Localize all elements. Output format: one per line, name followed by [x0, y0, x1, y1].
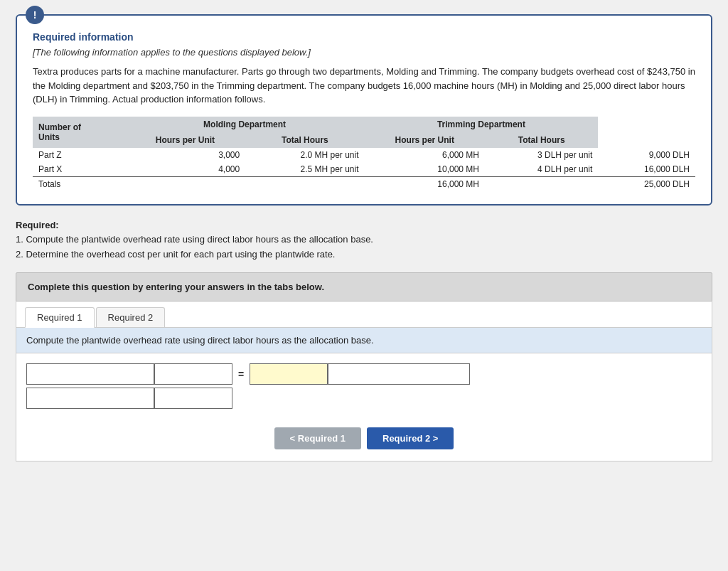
table-row: Part X 4,000 2.5 MH per unit 10,000 MH 4… — [33, 162, 695, 177]
info-box-body: Textra produces parts for a machine manu… — [33, 65, 695, 107]
input-field-1[interactable] — [26, 363, 154, 385]
next-button[interactable]: Required 2 > — [367, 427, 454, 449]
part-z-molding-hpu: 2.0 MH per unit — [245, 148, 364, 162]
trimming-group-header: Trimming Department — [365, 117, 599, 132]
instruction-row: Compute the plantwide overhead rate usin… — [16, 328, 712, 353]
required-title: Required: — [16, 220, 59, 230]
totals-trimming-total: 25,000 DLH — [598, 176, 695, 191]
info-box: ! Required information [The following in… — [16, 14, 712, 206]
totals-label: Totals — [33, 176, 125, 191]
input-field-5[interactable] — [26, 388, 154, 409]
page-wrapper: ! Required information [The following in… — [16, 14, 712, 461]
tabs-container: Required 1 Required 2 Compute the plantw… — [16, 301, 712, 461]
input-row-2 — [26, 388, 702, 409]
part-x-molding-total: 10,000 MH — [365, 162, 486, 177]
part-z-trimming-hpu: 3 DLH per unit — [485, 148, 598, 162]
production-table: Number of Units Molding Department Trimm… — [33, 117, 695, 191]
complete-box: Complete this question by entering your … — [16, 272, 712, 301]
part-z-trimming-total: 9,000 DLH — [598, 148, 695, 162]
part-x-trimming-total: 16,000 DLH — [598, 162, 695, 177]
input-field-3[interactable] — [250, 363, 328, 385]
table-row: Part Z 3,000 2.0 MH per unit 6,000 MH 3 … — [33, 148, 695, 162]
info-box-subtitle: [The following information applies to th… — [33, 47, 695, 58]
info-icon: ! — [26, 6, 44, 24]
input-field-6[interactable] — [154, 388, 232, 409]
input-area: = — [16, 353, 712, 419]
equals-sign: = — [232, 368, 250, 380]
required-item-1: 1. Compute the plantwide overhead rate u… — [16, 234, 373, 245]
input-row-1: = — [26, 363, 702, 385]
nav-buttons: < Required 1 Required 2 > — [16, 419, 712, 461]
totals-molding-hpu — [245, 176, 364, 191]
part-x-molding-hpu: 2.5 MH per unit — [245, 162, 364, 177]
prev-button[interactable]: < Required 1 — [274, 427, 361, 449]
required-section: Required: 1. Compute the plantwide overh… — [16, 218, 712, 262]
part-z-units: 3,000 — [125, 148, 246, 162]
input-field-2[interactable] — [154, 363, 232, 385]
tabs-row: Required 1 Required 2 — [16, 301, 712, 328]
trimming-total-header: Total Hours — [485, 132, 598, 148]
part-z-label: Part Z — [33, 148, 125, 162]
required-item-2: 2. Determine the overhead cost per unit … — [16, 249, 335, 260]
totals-molding-total: 16,000 MH — [365, 176, 486, 191]
tab-required-2[interactable]: Required 2 — [96, 307, 166, 327]
col-units-header: Number of Units — [33, 117, 125, 148]
totals-trimming-hpu — [485, 176, 598, 191]
input-field-4[interactable] — [328, 363, 470, 385]
info-box-title: Required information — [33, 31, 695, 43]
part-x-trimming-hpu: 4 DLH per unit — [485, 162, 598, 177]
part-x-units: 4,000 — [125, 162, 246, 177]
molding-hpu-header: Hours per Unit — [125, 132, 246, 148]
trimming-hpu-header: Hours per Unit — [365, 132, 486, 148]
totals-units — [125, 176, 246, 191]
molding-group-header: Molding Department — [125, 117, 365, 132]
totals-row: Totals 16,000 MH 25,000 DLH — [33, 176, 695, 191]
part-z-molding-total: 6,000 MH — [365, 148, 486, 162]
molding-total-header: Total Hours — [245, 132, 364, 148]
tab-required-1[interactable]: Required 1 — [25, 307, 95, 328]
part-x-label: Part X — [33, 162, 125, 177]
